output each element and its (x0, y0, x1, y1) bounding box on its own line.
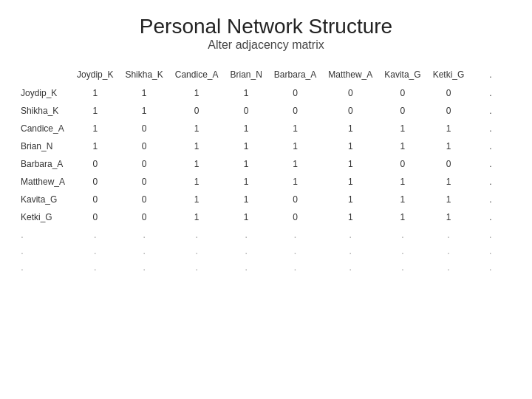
cell-2-2: 1 (169, 120, 225, 137)
dot-row: ............ (15, 259, 525, 275)
cell-4-0: 0 (71, 155, 119, 173)
cell-5-6: 1 (378, 173, 426, 191)
cell-3-4: 1 (268, 137, 322, 155)
header: Personal Network Structure Alter adjacen… (7, 15, 525, 52)
cell-10-3: . (225, 259, 268, 275)
cell-4-1: 0 (119, 155, 168, 173)
cell-7-4: 0 (268, 208, 322, 226)
cell-1-3: 0 (225, 102, 268, 120)
cell-9-2: . (169, 242, 225, 259)
cell-2-7: 1 (427, 120, 471, 137)
cell-4-6: 0 (378, 155, 426, 173)
cell-8-9: . (511, 226, 525, 242)
cell-9-5: . (322, 242, 378, 259)
cell-2-9: . (511, 120, 525, 137)
cell-1-6: 0 (378, 102, 426, 120)
cell-2-4: 1 (268, 120, 322, 137)
page-subtitle: Alter adjacency matrix (7, 38, 525, 52)
cell-8-2: . (169, 226, 225, 242)
cell-1-1: 1 (119, 102, 168, 120)
cell-7-5: 1 (322, 208, 378, 226)
row-label-1: Shikha_K (15, 102, 71, 120)
cell-4-9: . (511, 155, 525, 173)
data-row: Kavita_G00110111... (15, 191, 525, 208)
cell-8-1: . (119, 226, 168, 242)
cell-5-7: 1 (427, 173, 471, 191)
col-header-0 (15, 66, 71, 84)
cell-7-1: 0 (119, 208, 168, 226)
row-label-3: Brian_N (15, 137, 71, 155)
cell-8-0: . (71, 226, 119, 242)
col-header-6: Matthew_A (322, 66, 378, 84)
matrix-container: Joydip_KShikha_KCandice_ABrian_NBarbara_… (7, 66, 525, 275)
cell-6-8: . (470, 191, 511, 208)
cell-6-6: 1 (378, 191, 426, 208)
row-label-8: . (15, 226, 71, 242)
cell-8-7: . (427, 226, 471, 242)
cell-2-5: 1 (322, 120, 378, 137)
cell-6-7: 1 (427, 191, 471, 208)
cell-4-4: 1 (268, 155, 322, 173)
cell-2-1: 0 (119, 120, 168, 137)
cell-0-4: 0 (268, 84, 322, 102)
cell-7-9: . (511, 208, 525, 226)
col-header-3: Candice_A (169, 66, 225, 84)
cell-5-1: 0 (119, 173, 168, 191)
cell-9-0: . (71, 242, 119, 259)
cell-6-4: 0 (268, 191, 322, 208)
data-row: Ketki_G00110111... (15, 208, 525, 226)
cell-4-8: . (470, 155, 511, 173)
cell-1-4: 0 (268, 102, 322, 120)
cell-4-7: 0 (427, 155, 471, 173)
data-row: Barbara_A00111100... (15, 155, 525, 173)
dot-row: ............ (15, 226, 525, 242)
col-header-8: Ketki_G (427, 66, 471, 84)
page: Personal Network Structure Alter adjacen… (0, 0, 532, 399)
cell-5-5: 1 (322, 173, 378, 191)
col-header-5: Barbara_A (268, 66, 322, 84)
dot-row: ............ (15, 242, 525, 259)
cell-0-0: 1 (71, 84, 119, 102)
cell-6-1: 0 (119, 191, 168, 208)
cell-10-2: . (169, 259, 225, 275)
cell-5-0: 0 (71, 173, 119, 191)
cell-0-3: 1 (225, 84, 268, 102)
cell-0-6: 0 (378, 84, 426, 102)
cell-7-7: 1 (427, 208, 471, 226)
row-label-0: Joydip_K (15, 84, 71, 102)
cell-8-6: . (378, 226, 426, 242)
cell-9-9: . (511, 242, 525, 259)
row-label-2: Candice_A (15, 120, 71, 137)
cell-3-1: 0 (119, 137, 168, 155)
col-header-10: . (511, 66, 525, 84)
cell-3-8: . (470, 137, 511, 155)
cell-3-9: . (511, 137, 525, 155)
cell-10-4: . (268, 259, 322, 275)
row-label-4: Barbara_A (15, 155, 71, 173)
cell-6-2: 1 (169, 191, 225, 208)
cell-9-8: . (470, 242, 511, 259)
cell-7-6: 1 (378, 208, 426, 226)
cell-7-0: 0 (71, 208, 119, 226)
cell-9-1: . (119, 242, 168, 259)
cell-8-3: . (225, 226, 268, 242)
cell-9-7: . (427, 242, 471, 259)
cell-10-5: . (322, 259, 378, 275)
cell-5-8: . (470, 173, 511, 191)
cell-1-0: 1 (71, 102, 119, 120)
cell-2-6: 1 (378, 120, 426, 137)
cell-9-6: . (378, 242, 426, 259)
row-label-5: Matthew_A (15, 173, 71, 191)
header-row: Joydip_KShikha_KCandice_ABrian_NBarbara_… (15, 66, 525, 84)
cell-1-2: 0 (169, 102, 225, 120)
cell-7-2: 1 (169, 208, 225, 226)
cell-0-2: 1 (169, 84, 225, 102)
row-label-7: Ketki_G (15, 208, 71, 226)
cell-1-8: . (470, 102, 511, 120)
cell-5-2: 1 (169, 173, 225, 191)
page-title: Personal Network Structure (7, 15, 525, 38)
cell-10-0: . (71, 259, 119, 275)
cell-2-8: . (470, 120, 511, 137)
cell-0-9: . (511, 84, 525, 102)
cell-1-9: . (511, 102, 525, 120)
